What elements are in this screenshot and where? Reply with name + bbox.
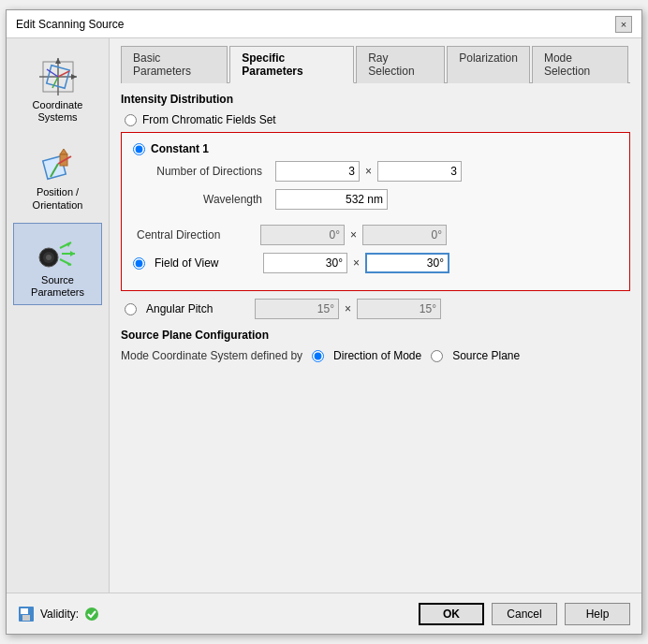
constant1-box: Constant 1 Number of Directions × Wavele…: [121, 132, 630, 291]
coordinate-systems-icon: [36, 54, 81, 99]
sidebar-item-source-parameters[interactable]: SourceParameters: [13, 223, 102, 305]
svg-rect-25: [22, 615, 30, 621]
position-orientation-icon: [36, 141, 81, 186]
svg-marker-18: [66, 242, 71, 247]
save-icon: [18, 606, 35, 622]
central-direction-x-input[interactable]: [260, 225, 345, 245]
num-directions-y-input[interactable]: [377, 161, 462, 182]
footer-left: Validity:: [18, 606, 411, 622]
edit-scanning-source-dialog: Edit Scanning Source × Co: [6, 9, 642, 635]
x-symbol-3: ×: [353, 256, 360, 270]
fov-y-input[interactable]: [365, 253, 449, 273]
tab-specific-parameters[interactable]: Specific Parameters: [229, 46, 354, 83]
title-bar: Edit Scanning Source ×: [7, 10, 641, 38]
intensity-distribution-title: Intensity Distribution: [121, 93, 630, 106]
sidebar: CoordinateSystems Position /Orientation: [7, 38, 110, 593]
num-directions-x-input[interactable]: [275, 161, 360, 182]
dialog-footer: Validity: OK Cancel Help: [7, 593, 641, 634]
tab-polarization-label: Polarization: [459, 51, 518, 65]
content-area: Intensity Distribution From Chromatic Fi…: [121, 93, 630, 585]
field-of-view-radio[interactable]: [133, 257, 145, 270]
from-chromatic-row: From Chromatic Fields Set: [125, 113, 630, 126]
sidebar-label-position-orientation: Position /Orientation: [33, 186, 83, 211]
central-direction-label: Central Direction: [133, 228, 255, 242]
field-of-view-label: Field of View: [155, 256, 258, 270]
cancel-button[interactable]: Cancel: [492, 603, 557, 625]
direction-of-mode-radio[interactable]: [312, 350, 324, 362]
source-parameters-icon: [36, 229, 81, 274]
source-plane-label: Source Plane: [452, 349, 520, 362]
ok-button[interactable]: OK: [419, 603, 484, 625]
svg-point-16: [46, 255, 52, 260]
central-direction-row: Central Direction ×: [133, 225, 618, 245]
from-chromatic-label: From Chromatic Fields Set: [142, 113, 276, 126]
constant1-radio[interactable]: [133, 143, 145, 155]
svg-point-26: [85, 607, 98, 621]
angular-pitch-row: Angular Pitch ×: [125, 299, 630, 319]
angular-pitch-label: Angular Pitch: [146, 302, 249, 315]
field-of-view-row: Field of View ×: [133, 253, 618, 273]
num-directions-row: Number of Directions ×: [148, 161, 618, 182]
intensity-distribution-section: Intensity Distribution From Chromatic Fi…: [121, 93, 630, 126]
constant1-label: Constant 1: [151, 142, 209, 155]
mode-coord-row: Mode Coordinate System defined by Direct…: [121, 349, 630, 362]
svg-marker-3: [55, 58, 61, 64]
tab-ray-selection-label: Ray Selection: [368, 51, 414, 78]
angular-pitch-x-input[interactable]: [255, 299, 339, 319]
mode-coord-label: Mode Coordinate System defined by: [121, 349, 302, 362]
central-direction-y-input[interactable]: [362, 225, 447, 245]
x-symbol-4: ×: [345, 302, 351, 315]
from-chromatic-radio[interactable]: [125, 114, 137, 126]
tab-polarization[interactable]: Polarization: [447, 46, 530, 83]
constant1-row: Constant 1: [133, 142, 618, 155]
ok-label: OK: [443, 607, 460, 621]
sidebar-item-coordinate-systems[interactable]: CoordinateSystems: [13, 48, 102, 130]
sidebar-item-position-orientation[interactable]: Position /Orientation: [13, 135, 102, 217]
fov-x-input[interactable]: [263, 253, 347, 273]
svg-marker-4: [71, 74, 77, 80]
close-icon: ×: [621, 19, 626, 30]
svg-rect-24: [21, 608, 28, 614]
dialog-body: CoordinateSystems Position /Orientation: [7, 38, 641, 593]
tab-mode-selection[interactable]: Mode Selection: [532, 46, 628, 83]
validity-label: Validity:: [40, 607, 79, 621]
num-directions-label: Number of Directions: [148, 165, 270, 178]
x-symbol-2: ×: [350, 228, 357, 242]
angular-pitch-y-input[interactable]: [357, 299, 441, 319]
tab-bar: Basic Parameters Specific Parameters Ray…: [121, 46, 630, 83]
wavelength-label: Wavelength: [148, 193, 270, 206]
help-label: Help: [586, 607, 610, 621]
wavelength-input[interactable]: [275, 189, 388, 210]
angular-pitch-radio[interactable]: [125, 303, 137, 315]
source-plane-config-title: Source Plane Configuration: [121, 329, 630, 342]
dialog-title: Edit Scanning Source: [16, 18, 124, 31]
sidebar-label-source-parameters: SourceParameters: [31, 274, 84, 299]
tab-ray-selection[interactable]: Ray Selection: [356, 46, 445, 83]
tab-mode-selection-label: Mode Selection: [544, 51, 590, 78]
wavelength-row: Wavelength: [148, 189, 618, 210]
close-button[interactable]: ×: [615, 16, 632, 33]
validity-check-icon: [84, 607, 99, 622]
help-button[interactable]: Help: [565, 603, 630, 625]
tab-basic-parameters[interactable]: Basic Parameters: [121, 46, 228, 83]
svg-marker-20: [70, 251, 75, 256]
direction-of-mode-label: Direction of Mode: [333, 349, 421, 362]
tab-specific-parameters-label: Specific Parameters: [242, 51, 302, 78]
svg-marker-10: [60, 149, 67, 154]
cancel-label: Cancel: [507, 607, 541, 621]
source-plane-radio[interactable]: [431, 350, 443, 362]
main-content: Basic Parameters Specific Parameters Ray…: [110, 38, 641, 593]
tab-basic-parameters-label: Basic Parameters: [133, 51, 191, 78]
sidebar-label-coordinate-systems: CoordinateSystems: [33, 99, 83, 124]
source-plane-config-section: Source Plane Configuration Mode Coordina…: [121, 329, 630, 362]
x-symbol-1: ×: [365, 165, 372, 178]
